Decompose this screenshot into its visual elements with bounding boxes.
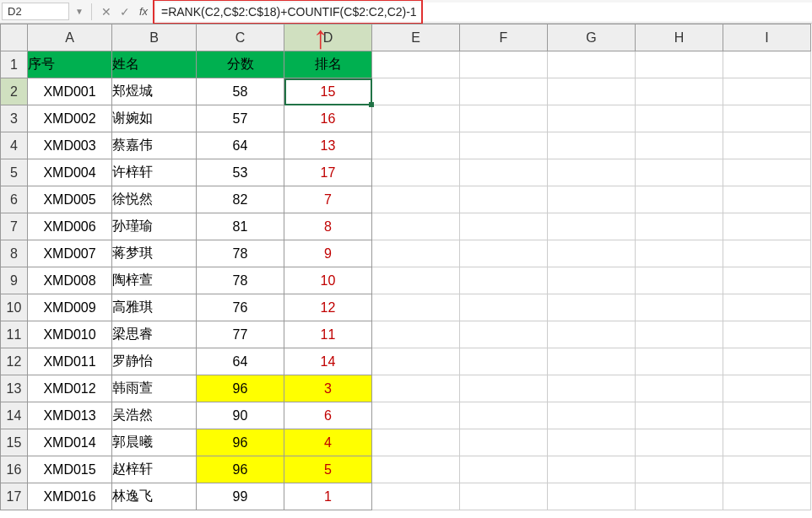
col-header-E[interactable]: E xyxy=(372,24,460,51)
cell-F10[interactable] xyxy=(460,294,548,321)
cell-I11[interactable] xyxy=(723,321,811,348)
cell-H7[interactable] xyxy=(636,213,723,240)
cell-A17[interactable]: XMD016 xyxy=(28,483,112,510)
cell-C14[interactable]: 90 xyxy=(197,402,284,429)
cell-B8[interactable]: 蒋梦琪 xyxy=(112,240,197,267)
cell-G2[interactable] xyxy=(548,78,636,105)
cell-G16[interactable] xyxy=(548,456,636,483)
fx-icon[interactable]: fx xyxy=(134,5,153,18)
col-header-H[interactable]: H xyxy=(636,24,723,51)
cell-G17[interactable] xyxy=(548,483,636,510)
cell-A12[interactable]: XMD011 xyxy=(28,348,112,375)
cell-H13[interactable] xyxy=(636,375,723,402)
cell-B10[interactable]: 高雅琪 xyxy=(112,294,197,321)
cell-F7[interactable] xyxy=(460,213,548,240)
cell-E15[interactable] xyxy=(372,429,460,456)
cell-F17[interactable] xyxy=(460,483,548,510)
cell-B4[interactable]: 蔡嘉伟 xyxy=(112,132,197,159)
row-header-7[interactable]: 7 xyxy=(1,213,28,240)
cell-C17[interactable]: 99 xyxy=(197,483,284,510)
cell-A14[interactable]: XMD013 xyxy=(28,402,112,429)
cell-I9[interactable] xyxy=(723,267,811,294)
cell-A5[interactable]: XMD004 xyxy=(28,159,112,186)
cell-F3[interactable] xyxy=(460,105,548,132)
cell-F8[interactable] xyxy=(460,240,548,267)
cell-F9[interactable] xyxy=(460,267,548,294)
row-header-16[interactable]: 16 xyxy=(1,456,28,483)
cell-E3[interactable] xyxy=(372,105,460,132)
cell-E11[interactable] xyxy=(372,321,460,348)
cell-C1[interactable]: 分数 xyxy=(197,51,284,78)
cell-H17[interactable] xyxy=(636,483,723,510)
cell-C4[interactable]: 64 xyxy=(197,132,284,159)
row-header-15[interactable]: 15 xyxy=(1,429,28,456)
cell-D9[interactable]: 10 xyxy=(284,267,372,294)
cell-D13[interactable]: 3 xyxy=(284,375,372,402)
cell-D11[interactable]: 11 xyxy=(284,321,372,348)
cell-A7[interactable]: XMD006 xyxy=(28,213,112,240)
cell-B6[interactable]: 徐悦然 xyxy=(112,186,197,213)
cell-F14[interactable] xyxy=(460,402,548,429)
cell-E14[interactable] xyxy=(372,402,460,429)
row-header-11[interactable]: 11 xyxy=(1,321,28,348)
cell-I14[interactable] xyxy=(723,402,811,429)
cell-G13[interactable] xyxy=(548,375,636,402)
cell-F16[interactable] xyxy=(460,456,548,483)
row-header-2[interactable]: 2 xyxy=(1,78,28,105)
cell-B16[interactable]: 赵梓轩 xyxy=(112,456,197,483)
cell-D4[interactable]: 13 xyxy=(284,132,372,159)
cell-C3[interactable]: 57 xyxy=(197,105,284,132)
cell-C9[interactable]: 78 xyxy=(197,267,284,294)
cell-I7[interactable] xyxy=(723,213,811,240)
cell-A2[interactable]: XMD001 xyxy=(28,78,112,105)
cell-C10[interactable]: 76 xyxy=(197,294,284,321)
cell-D6[interactable]: 7 xyxy=(284,186,372,213)
cell-B17[interactable]: 林逸飞 xyxy=(112,483,197,510)
cell-D2[interactable]: 15 xyxy=(284,78,372,105)
cell-H5[interactable] xyxy=(636,159,723,186)
cell-A13[interactable]: XMD012 xyxy=(28,375,112,402)
cell-C7[interactable]: 81 xyxy=(197,213,284,240)
cell-E6[interactable] xyxy=(372,186,460,213)
cell-F1[interactable] xyxy=(460,51,548,78)
cancel-icon[interactable]: ✕ xyxy=(97,5,116,19)
cell-B1[interactable]: 姓名 xyxy=(112,51,197,78)
row-header-10[interactable]: 10 xyxy=(1,294,28,321)
cell-B13[interactable]: 韩雨萱 xyxy=(112,375,197,402)
cell-I10[interactable] xyxy=(723,294,811,321)
cell-I13[interactable] xyxy=(723,375,811,402)
row-header-14[interactable]: 14 xyxy=(1,402,28,429)
cell-B12[interactable]: 罗静怡 xyxy=(112,348,197,375)
cell-E16[interactable] xyxy=(372,456,460,483)
cell-E7[interactable] xyxy=(372,213,460,240)
cell-A3[interactable]: XMD002 xyxy=(28,105,112,132)
cell-D17[interactable]: 1 xyxy=(284,483,372,510)
row-header-6[interactable]: 6 xyxy=(1,186,28,213)
cell-I6[interactable] xyxy=(723,186,811,213)
cell-B5[interactable]: 许梓轩 xyxy=(112,159,197,186)
cell-G15[interactable] xyxy=(548,429,636,456)
cell-H10[interactable] xyxy=(636,294,723,321)
cell-C11[interactable]: 77 xyxy=(197,321,284,348)
cell-I8[interactable] xyxy=(723,240,811,267)
cell-C12[interactable]: 64 xyxy=(197,348,284,375)
cell-I1[interactable] xyxy=(723,51,811,78)
cell-D16[interactable]: 5 xyxy=(284,456,372,483)
cell-C8[interactable]: 78 xyxy=(197,240,284,267)
cell-C2[interactable]: 58 xyxy=(197,78,284,105)
cell-G8[interactable] xyxy=(548,240,636,267)
cell-H2[interactable] xyxy=(636,78,723,105)
row-header-4[interactable]: 4 xyxy=(1,132,28,159)
cell-I2[interactable] xyxy=(723,78,811,105)
cell-A9[interactable]: XMD008 xyxy=(28,267,112,294)
cell-D1[interactable]: 排名 xyxy=(284,51,372,78)
cell-F13[interactable] xyxy=(460,375,548,402)
col-header-A[interactable]: A xyxy=(28,24,112,51)
name-box[interactable]: D2 xyxy=(2,3,69,20)
cell-C16[interactable]: 96 xyxy=(197,456,284,483)
cell-C13[interactable]: 96 xyxy=(197,375,284,402)
cell-A11[interactable]: XMD010 xyxy=(28,321,112,348)
cell-E1[interactable] xyxy=(372,51,460,78)
cell-G7[interactable] xyxy=(548,213,636,240)
col-header-D[interactable]: D xyxy=(284,24,372,51)
